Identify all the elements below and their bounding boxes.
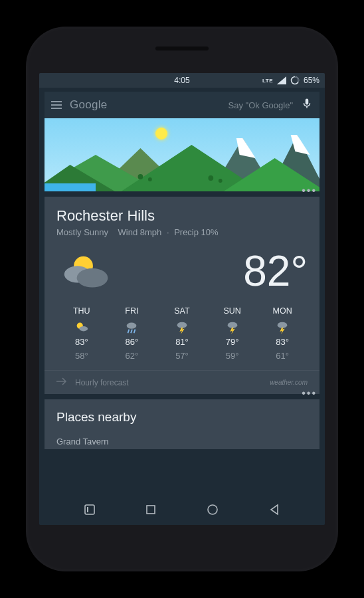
forecast-hi: 79° [207, 337, 258, 347]
forecast-day[interactable]: FRI 86° 62° [107, 306, 157, 361]
phone-screen: 4:05 LTE 65% Google Say "Ok Google" [39, 73, 325, 525]
storm-icon [275, 320, 290, 334]
phone-frame: 4:05 LTE 65% Google Say "Ok Google" [26, 27, 338, 571]
svg-line-21 [128, 330, 130, 334]
svg-rect-31 [87, 507, 88, 512]
back-button[interactable] [268, 504, 280, 518]
svg-point-20 [127, 323, 137, 329]
forecast-lo: 61° [257, 351, 308, 361]
forecast-day-name: THU [56, 306, 107, 316]
weather-attribution: weather.com [270, 379, 308, 386]
forecast-lo: 57° [157, 351, 207, 361]
partly-cloudy-icon [74, 320, 89, 334]
battery-percent: 65% [304, 76, 319, 85]
rain-icon [124, 320, 139, 334]
svg-point-10 [138, 174, 143, 179]
weather-wind: Wind 8mph [118, 227, 162, 237]
phone-speaker [155, 47, 209, 50]
forecast-hi: 83° [56, 337, 107, 347]
weather-subtitle: Mostly Sunny Wind 8mph · Precip 10% [56, 227, 308, 237]
place-item[interactable]: Grand Tavern [56, 437, 308, 447]
battery-icon [290, 76, 300, 85]
status-bar: 4:05 LTE 65% [39, 73, 325, 88]
menu-icon[interactable] [51, 101, 62, 109]
nav-extra-button[interactable] [84, 504, 96, 518]
forecast-day[interactable]: SAT 81° 57° [157, 306, 207, 361]
svg-point-13 [219, 179, 223, 183]
network-label: LTE [262, 78, 273, 84]
weather-location: Rochester Hills [56, 207, 308, 225]
mic-icon[interactable] [301, 98, 313, 112]
svg-marker-27 [230, 328, 234, 334]
home-button[interactable] [206, 503, 219, 519]
svg-point-24 [177, 322, 187, 328]
forecast-hi: 86° [107, 337, 157, 347]
weather-illustration [45, 118, 319, 191]
svg-marker-25 [179, 328, 184, 334]
storm-icon [175, 320, 189, 334]
svg-line-23 [134, 330, 136, 334]
navigation-bar [39, 497, 325, 525]
svg-point-17 [77, 268, 108, 287]
svg-marker-29 [280, 328, 285, 334]
signal-icon [277, 76, 286, 84]
card-menu-icon[interactable]: ••• [302, 387, 317, 399]
weather-condition: Mostly Sunny [56, 227, 108, 237]
svg-rect-14 [45, 183, 96, 191]
recents-button[interactable] [145, 504, 157, 518]
google-logo: Google [70, 98, 108, 112]
places-card: ••• Places nearby Grand Tavern [45, 399, 319, 449]
places-title: Places nearby [56, 410, 308, 425]
svg-point-26 [227, 322, 237, 328]
weather-card: ••• Rochester Hills Mostly Sunny Wind 8m… [45, 197, 319, 394]
forecast-day-name: SUN [207, 306, 258, 316]
hourly-forecast-label: Hourly forecast [75, 378, 129, 387]
search-hint: Say "Ok Google" [228, 100, 293, 110]
forecast-day[interactable]: THU 83° 58° [56, 306, 107, 361]
arrow-right-icon [56, 377, 67, 387]
forecast-day-name: SAT [157, 306, 207, 316]
card-menu-icon[interactable]: ••• [302, 185, 317, 197]
hourly-forecast-link[interactable]: Hourly forecast weather.com [45, 370, 319, 394]
forecast-day-name: FRI [107, 306, 157, 316]
svg-point-33 [208, 505, 217, 514]
forecast-day[interactable]: SUN 79° 59° [207, 306, 258, 361]
weather-temperature: 82° [243, 247, 308, 296]
forecast-lo: 59° [207, 351, 258, 361]
forecast-row: THU 83° 58° FRI 86° 62° SAT 81° [56, 302, 308, 370]
forecast-hi: 83° [257, 337, 308, 347]
weather-precip: Precip 10% [174, 227, 218, 237]
svg-point-19 [79, 326, 88, 331]
forecast-hi: 81° [157, 337, 207, 347]
weather-condition-icon [56, 249, 116, 294]
forecast-lo: 62° [107, 351, 157, 361]
forecast-day-name: MON [257, 306, 308, 316]
svg-rect-30 [85, 505, 94, 514]
status-time: 4:05 [174, 76, 189, 85]
forecast-day[interactable]: MON 83° 61° [257, 306, 308, 361]
storm-icon [225, 320, 240, 334]
forecast-lo: 58° [56, 351, 107, 361]
svg-point-12 [208, 175, 213, 181]
svg-rect-32 [147, 506, 155, 514]
svg-point-11 [148, 177, 152, 181]
svg-point-28 [278, 322, 288, 328]
svg-line-22 [131, 330, 132, 334]
search-bar[interactable]: Google Say "Ok Google" [45, 92, 319, 118]
